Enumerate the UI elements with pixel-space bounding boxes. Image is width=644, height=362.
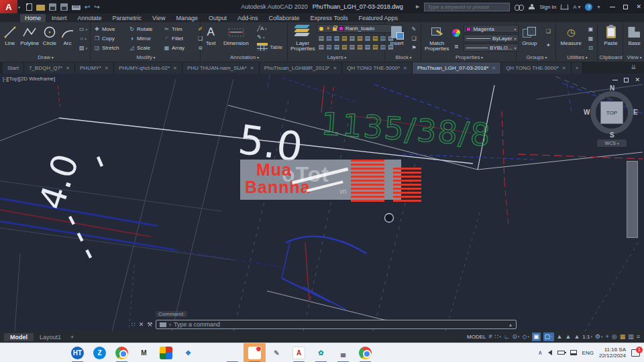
create-block-icon[interactable]: ✎ [412, 26, 417, 32]
app-htkk[interactable]: HT [66, 343, 89, 362]
block-panel-label[interactable]: Block [386, 54, 421, 62]
help-arrow-icon[interactable]: ▾ [597, 4, 600, 10]
viewport-controls-label[interactable]: [-][Top][2D Wireframe] [3, 76, 55, 82]
array-button[interactable]: ▦Array [164, 43, 197, 52]
close-tab-icon[interactable]: ✕ [250, 66, 254, 71]
redo-icon[interactable]: ↪ [94, 3, 99, 11]
app-docs[interactable]: ❖ [177, 343, 199, 362]
model-space-label[interactable]: MODEL [467, 333, 486, 341]
command-customize-icon[interactable]: ⚒ [147, 321, 152, 328]
view-panel-label[interactable]: View [625, 54, 644, 62]
compass-north[interactable]: N [610, 84, 614, 92]
drawing-close-button[interactable]: ✕ [635, 76, 640, 83]
utilities-panel-label[interactable]: Utilities [557, 54, 597, 62]
layers-panel-label[interactable]: Layers [289, 54, 384, 62]
rectangle-icon[interactable]: ▭ ▾ [79, 26, 87, 32]
trim-button[interactable]: ✂Trim [164, 24, 197, 34]
wcs-dropdown[interactable]: WCS [597, 139, 627, 147]
mirror-button[interactable]: ◑Mirror [129, 34, 162, 43]
stretch-button[interactable]: ◲Stretch [94, 43, 127, 52]
battery-icon[interactable] [557, 351, 565, 355]
multileader-icon[interactable]: ✎ ▾ [257, 34, 264, 40]
close-tab-icon[interactable]: ✕ [105, 66, 109, 71]
customize-add-icon[interactable]: + [606, 333, 609, 341]
copy-button[interactable]: ❐Copy [94, 34, 127, 43]
vertical-scrollbar-thumb[interactable] [627, 161, 638, 238]
close-tab-icon[interactable]: ✕ [562, 66, 566, 71]
clipboard-panel-label[interactable]: Clipboard [599, 54, 623, 62]
app-file-explorer[interactable] [221, 343, 244, 362]
file-tab[interactable]: PHUMY* ✕ [75, 62, 114, 74]
autodesk-account-button[interactable]: A ▾ [573, 4, 580, 10]
open-file-icon[interactable] [36, 5, 45, 11]
ungroup-icon[interactable]: ❏ [546, 28, 551, 34]
app-photos[interactable] [155, 343, 177, 362]
command-close-icon[interactable]: ✕ [139, 321, 144, 328]
rotate-button[interactable]: ↻Rotate [129, 24, 162, 34]
layer-tool-icon[interactable]: ▤ [365, 35, 371, 42]
file-tab[interactable]: QH TONG THE-5000* ✕ [342, 62, 413, 74]
close-tab-icon[interactable]: ✕ [173, 66, 177, 71]
tab-annotate[interactable]: Annotate [73, 14, 107, 22]
tab-output[interactable]: Output [204, 14, 231, 22]
table-button[interactable]: Table [257, 43, 282, 51]
file-tab[interactable]: PHUMY-qhct-bds-02* ✕ [114, 62, 182, 74]
quick-select-icon[interactable]: ▣ [588, 26, 594, 32]
file-tab[interactable]: PHU THUAN-nam_SUA* ✕ [182, 62, 260, 74]
app-zalo[interactable]: Z [89, 343, 111, 362]
layer-tool-icon[interactable]: ▤ [350, 44, 356, 50]
language-indicator[interactable]: ENG [582, 350, 594, 356]
close-button[interactable]: ✕ [636, 4, 641, 10]
layer-tool-icon[interactable]: ▤ [326, 35, 332, 42]
polar-toggle[interactable]: ⊙▾ [513, 333, 520, 341]
layer-tool-icon[interactable]: ▤ [326, 44, 332, 50]
linetype-dropdown[interactable]: BYBLO...▾ [464, 44, 519, 52]
layer-tool-icon[interactable]: ▤ [357, 35, 363, 42]
graphics-performance-icon[interactable]: ▦ [620, 333, 626, 341]
tab-manage[interactable]: Manage [171, 14, 203, 22]
close-tab-icon[interactable]: ✕ [333, 66, 337, 71]
viewcube-top-face[interactable]: TOP [600, 101, 623, 124]
compass-east[interactable]: E [633, 109, 638, 116]
command-grip-icon[interactable]: ∷ [131, 321, 136, 328]
group-edit-icon[interactable]: ✦ [546, 42, 551, 48]
id-point-icon[interactable]: ⊡ [588, 45, 593, 51]
tab-insert[interactable]: Insert [47, 14, 72, 22]
network-icon[interactable] [570, 350, 577, 355]
customization-menu-icon[interactable]: ≡ [637, 333, 640, 341]
keyword-search-input[interactable] [424, 3, 510, 11]
leader-icon[interactable]: ╱A ▾ [257, 25, 266, 32]
app-store-cart-icon[interactable] [561, 4, 569, 9]
circle-button[interactable]: Circle [43, 23, 56, 54]
search-button[interactable] [22, 343, 44, 362]
action-center-icon[interactable]: 1 [631, 349, 640, 357]
settings-gear-icon[interactable]: ⚙▾ [595, 333, 603, 341]
measure-button[interactable]: ◷ Measure [561, 23, 582, 54]
layer-tool-icon[interactable]: ▤ [341, 35, 347, 42]
move-button[interactable]: ✚Move [94, 24, 127, 34]
app-pen[interactable]: ✎ [266, 343, 288, 362]
autocad-logo-icon[interactable]: A [0, 0, 17, 13]
tab-view[interactable]: View [148, 14, 170, 22]
autoscale-toggle[interactable]: ▲ [574, 333, 580, 341]
layer-tool-icon[interactable]: ▤ [357, 44, 363, 50]
groups-panel-label[interactable]: Groups [518, 54, 555, 62]
app-drive[interactable] [199, 343, 221, 362]
file-tab-start[interactable]: Start [3, 62, 24, 74]
layer-tool-icon[interactable]: ▤ [365, 44, 371, 50]
base-button[interactable]: Base [628, 23, 640, 54]
layer-properties-button[interactable]: Layer Properties [290, 23, 315, 54]
annotation-scale-button[interactable]: 1:1▾ [582, 333, 592, 341]
tab-parametric[interactable]: Parametric [108, 14, 147, 22]
command-input[interactable]: ▾ Type a command ▲ [156, 320, 517, 329]
save-icon[interactable] [49, 3, 56, 11]
layer-tool-icon[interactable]: ▤ [372, 44, 378, 50]
fillet-button[interactable]: ◜Fillet [164, 34, 197, 43]
layout1-tab[interactable]: Layout1 [34, 333, 67, 341]
compass-west[interactable]: W [584, 109, 590, 116]
close-tab-icon[interactable]: ✕ [403, 66, 407, 71]
add-layout-tab[interactable]: + [67, 333, 77, 341]
modify-panel-label[interactable]: Modify [92, 54, 200, 62]
layer-tool-icon[interactable]: ▤ [341, 44, 347, 50]
layer-tool-icon[interactable]: ▤ [334, 44, 340, 50]
